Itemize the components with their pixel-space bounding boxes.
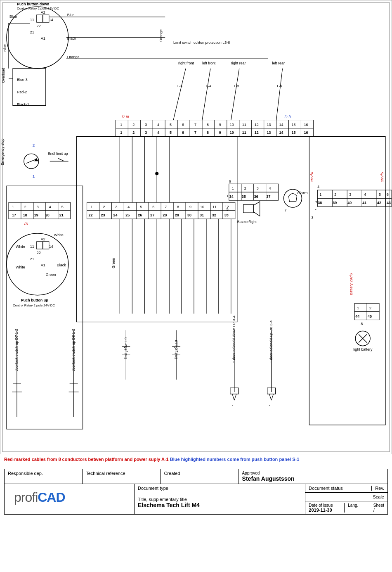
svg-text:29V/4: 29V/4 — [310, 172, 314, 182]
doc-type-label: Document type — [138, 486, 302, 491]
approved-cell: Approved Stefan Augustsson — [239, 469, 387, 484]
svg-text:10: 10 — [200, 205, 204, 209]
svg-text:31: 31 — [200, 213, 204, 217]
title-value: Elschema Tech Lift M4 — [138, 502, 302, 508]
svg-text:21: 21 — [30, 30, 34, 34]
svg-text:2: 2 — [33, 143, 35, 147]
svg-rect-25 — [13, 69, 46, 106]
svg-text:14: 14 — [49, 18, 53, 22]
svg-text:12: 12 — [255, 131, 259, 135]
svg-text:3: 3 — [115, 205, 117, 209]
svg-text:-: - — [227, 212, 228, 216]
svg-text:Green: Green — [111, 258, 116, 268]
svg-text:5: 5 — [61, 205, 64, 209]
svg-text:39: 39 — [333, 201, 337, 205]
title-label: Title, supplementary title — [138, 497, 302, 502]
svg-rect-207 — [243, 204, 254, 213]
svg-text:37: 37 — [267, 195, 271, 199]
svg-text:-: - — [315, 207, 316, 211]
svg-point-239 — [284, 189, 302, 207]
svg-text:White: White — [16, 244, 25, 249]
date-value: 2019-11-30 — [309, 508, 333, 513]
svg-text:5: 5 — [170, 123, 172, 127]
svg-text:8: 8 — [207, 131, 209, 135]
svg-line-311 — [269, 394, 272, 400]
svg-text:7: 7 — [194, 131, 196, 135]
svg-text:Puch button down: Puch button down — [17, 2, 49, 6]
svg-text:Red-2: Red-2 — [17, 90, 27, 94]
svg-text:doorlock switch up D7 1-2: doorlock switch up D7 1-2 — [14, 329, 19, 371]
svg-text:1: 1 — [91, 205, 93, 209]
svg-text:L-5: L-5 — [234, 84, 239, 88]
svg-text:13: 13 — [267, 123, 271, 127]
svg-text:/2  /1: /2 /1 — [285, 115, 292, 119]
doc-status-group: Document status Rev. Scale Date of issue… — [305, 484, 387, 514]
svg-text:11: 11 — [213, 205, 217, 209]
doc-status-label: Document status — [309, 486, 343, 491]
svg-text:36: 36 — [254, 195, 258, 199]
svg-line-107 — [276, 69, 283, 120]
svg-text:Green: Green — [46, 273, 56, 277]
svg-text:29V/5: 29V/5 — [380, 172, 384, 182]
lang-label: Lang. — [348, 503, 358, 508]
svg-marker-208 — [254, 202, 260, 216]
svg-text:11: 11 — [30, 244, 34, 249]
svg-text:38: 38 — [318, 201, 322, 205]
svg-text:A2: A2 — [41, 237, 45, 241]
svg-text:Control Relay 2 pole 24V-DC: Control Relay 2 pole 24V-DC — [13, 304, 55, 307]
svg-text:Blue: Blue — [9, 14, 17, 19]
svg-text:L-4: L-4 — [206, 84, 211, 88]
svg-text:White: White — [16, 265, 25, 269]
svg-text:Blue-3: Blue-3 — [17, 78, 28, 82]
svg-text:35: 35 — [242, 195, 246, 199]
svg-text:6: 6 — [182, 123, 184, 127]
responsible-dep-cell: Responsible dep. — [5, 469, 83, 484]
svg-text:30: 30 — [187, 213, 191, 217]
svg-text:41: 41 — [362, 201, 366, 205]
svg-text:11: 11 — [30, 18, 34, 22]
svg-text:light battery: light battery — [353, 347, 373, 351]
svg-text:7: 7 — [285, 208, 287, 212]
svg-text:Endl limit up: Endl limit up — [48, 152, 68, 156]
svg-text:24: 24 — [113, 213, 117, 217]
svg-text:4: 4 — [269, 186, 271, 190]
main-container: A2 11 14 22 21 A1 Blue Blue Black Orange — [0, 0, 392, 572]
svg-text:14: 14 — [49, 244, 53, 249]
created-label: Created — [164, 471, 180, 476]
svg-text:2: 2 — [369, 306, 371, 310]
svg-text:15: 15 — [292, 131, 296, 135]
svg-line-104 — [231, 69, 239, 120]
svg-text:3: 3 — [145, 123, 147, 127]
svg-text:15: 15 — [292, 123, 296, 127]
svg-text:4: 4 — [128, 205, 130, 209]
logo-cad: CAD — [38, 490, 65, 505]
svg-text:14: 14 — [279, 123, 283, 127]
svg-text:20: 20 — [45, 213, 50, 217]
svg-line-101 — [202, 69, 210, 120]
svg-text:26: 26 — [138, 213, 142, 217]
svg-text:22: 22 — [37, 251, 41, 255]
svg-text:1: 1 — [120, 131, 122, 135]
scale-label: Scale — [373, 494, 384, 499]
svg-text:L-3: L-3 — [177, 84, 182, 88]
svg-text:2: 2 — [132, 131, 135, 135]
svg-text:40: 40 — [347, 201, 352, 205]
svg-text:21: 21 — [30, 257, 34, 261]
note-red: Red-marked cables from 8 conductors betw… — [4, 457, 169, 462]
sheet-value: / — [373, 508, 384, 513]
svg-text:28: 28 — [163, 213, 167, 217]
svg-text:16: 16 — [304, 131, 308, 135]
svg-text:doorlock switch up D8 1-2: doorlock switch up D8 1-2 — [71, 329, 76, 371]
svg-text:Emergency stop: Emergency stop — [0, 138, 5, 165]
doc-type-cell: Document type Title, supplementary title… — [135, 484, 305, 514]
svg-text:3: 3 — [145, 131, 147, 135]
approved-label: Approved — [242, 471, 384, 475]
svg-text:1: 1 — [12, 205, 14, 209]
logo: profiCAD — [8, 486, 131, 509]
svg-text:5: 5 — [227, 207, 229, 211]
svg-text:18: 18 — [23, 213, 27, 217]
svg-rect-325 — [309, 136, 385, 425]
sheet-label: Sheet — [373, 503, 384, 508]
svg-text:1: 1 — [33, 174, 35, 178]
tech-ref-label: Technical reference — [86, 471, 125, 476]
